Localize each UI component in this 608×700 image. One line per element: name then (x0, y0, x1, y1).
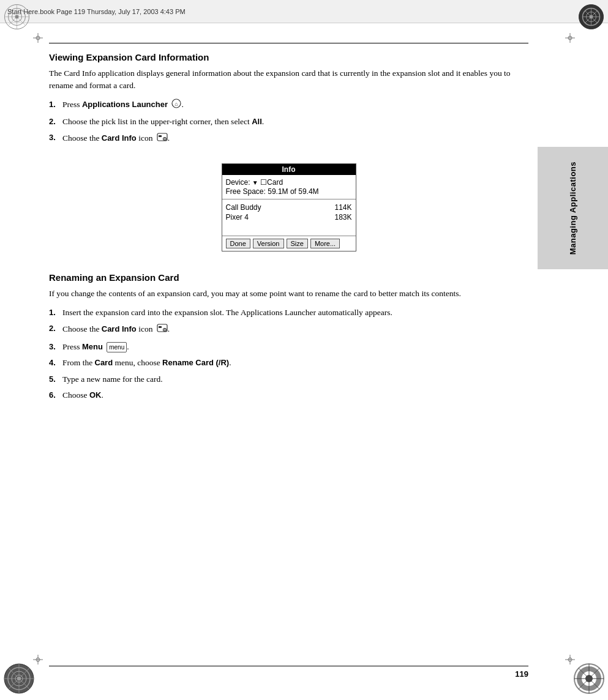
section1-title: Viewing Expansion Card Information (49, 52, 528, 62)
sidebar-label: Managing Applications (568, 162, 577, 255)
step-text: Press Menu menu. (62, 341, 528, 353)
device-value: ☐Card (260, 178, 283, 187)
crosshair-tl (33, 33, 43, 45)
app-size-2: 183K (334, 213, 351, 222)
bold-applications-launcher: Applications Launcher (82, 100, 168, 109)
section2-step3: 3. Press Menu menu. (49, 341, 528, 353)
step-num: 1. (49, 99, 62, 112)
svg-rect-51 (159, 326, 162, 328)
bold-menu: Menu (82, 342, 103, 351)
main-content: Viewing Expansion Card Information The C… (49, 43, 528, 657)
device-row: Device: ▼ ☐Card (226, 178, 352, 187)
crosshair-tr (565, 33, 575, 45)
decorative-wheel-br (573, 663, 605, 697)
btn-done[interactable]: Done (226, 239, 250, 248)
header-text: Start Here.book Page 119 Thursday, July … (7, 8, 186, 15)
step-text: Choose the Card Info icon . (62, 322, 528, 337)
chapter-sidebar: Managing Applications (538, 147, 608, 269)
cardinfo-icon-2 (157, 322, 168, 337)
btn-more[interactable]: More... (310, 239, 340, 248)
section2-intro: If you change the contents of an expansi… (49, 288, 528, 300)
screenshot-footer: Done Version Size More... (222, 236, 356, 251)
app-size-1: 114K (334, 203, 351, 212)
app-row-1: Call Buddy 114K (226, 203, 352, 212)
app-name-1: Call Buddy (226, 203, 261, 212)
section2-step2: 2. Choose the Card Info icon . (49, 322, 528, 337)
section2-step5: 5. Type a new name for the card. (49, 373, 528, 385)
menu-icon: menu (107, 342, 127, 352)
decorative-wheel-tl (3, 3, 31, 33)
step-text: Press Applications Launcher ⌂ . (62, 99, 528, 112)
step-num: 3. (49, 341, 62, 353)
step-num: 1. (49, 307, 62, 319)
crosshair-bl (33, 655, 43, 667)
section1-steps: 1. Press Applications Launcher ⌂ . 2. Ch… (49, 99, 528, 147)
step-num: 2. (49, 116, 62, 128)
section2-title: Renaming an Expansion Card (49, 272, 528, 283)
step-text: Choose the pick list in the upper-right … (62, 116, 528, 128)
step-text: From the Card menu, choose Rename Card (… (62, 357, 528, 369)
launcher-icon: ⌂ (171, 99, 181, 112)
step-num: 2. (49, 322, 62, 337)
crosshair-br (565, 655, 575, 667)
screenshot-box: Info Device: ▼ ☐Card Free Space: 59.1M o… (222, 163, 356, 251)
section1-step1: 1. Press Applications Launcher ⌂ . (49, 99, 528, 112)
step-text: Choose the Card Info icon . (62, 132, 528, 146)
screenshot-device-info: Device: ▼ ☐Card Free Space: 59.1M of 59.… (222, 175, 356, 199)
dropdown-arrow-icon: ▼ (252, 179, 258, 186)
step-num: 4. (49, 357, 62, 369)
section2-step1: 1. Insert the expansion card into the ex… (49, 307, 528, 319)
section2-steps: 1. Insert the expansion card into the ex… (49, 307, 528, 402)
svg-rect-47 (159, 135, 162, 137)
app-name-2: Pixer 4 (226, 213, 249, 222)
page-number: 119 (515, 669, 528, 679)
bottom-rule (49, 666, 528, 666)
step-num: 5. (49, 373, 62, 385)
bold-card-menu: Card (95, 358, 113, 367)
screenshot-title: Info (222, 164, 356, 175)
btn-version[interactable]: Version (253, 239, 284, 248)
free-space-text: Free Space: 59.1M of 59.4M (226, 187, 319, 196)
bold-card-info: Card Info (102, 133, 137, 143)
step-text: Type a new name for the card. (62, 373, 528, 385)
step-num: 3. (49, 132, 62, 146)
svg-text:⌂: ⌂ (175, 101, 178, 107)
section1-step2: 2. Choose the pick list in the upper-rig… (49, 116, 528, 128)
section1-step3: 3. Choose the Card Info icon . (49, 132, 528, 146)
decorative-wheel-bl (3, 663, 35, 697)
header-bar: Start Here.book Page 119 Thursday, July … (0, 0, 608, 23)
section1-intro: The Card Info application displays gener… (49, 67, 528, 92)
cardinfo-icon-1 (157, 132, 168, 146)
app-row-2: Pixer 4 183K (226, 213, 352, 222)
device-label: Device: (226, 178, 252, 187)
decorative-wheel-tr (577, 3, 605, 33)
free-space-row: Free Space: 59.1M of 59.4M (226, 187, 352, 196)
screenshot-apps: Call Buddy 114K Pixer 4 183K (222, 199, 356, 236)
bold-ok: OK (89, 390, 102, 400)
section2-step4: 4. From the Card menu, choose Rename Car… (49, 357, 528, 369)
step-num: 6. (49, 389, 62, 401)
bold-card-info-2: Card Info (102, 324, 137, 333)
step-text: Choose OK. (62, 389, 528, 401)
section2-step6: 6. Choose OK. (49, 389, 528, 401)
bold-all: All (252, 117, 262, 126)
bold-rename-card: Rename Card (/R) (162, 358, 229, 367)
btn-size[interactable]: Size (287, 239, 308, 248)
step-text: Insert the expansion card into the expan… (62, 307, 528, 319)
top-rule (49, 43, 528, 43)
